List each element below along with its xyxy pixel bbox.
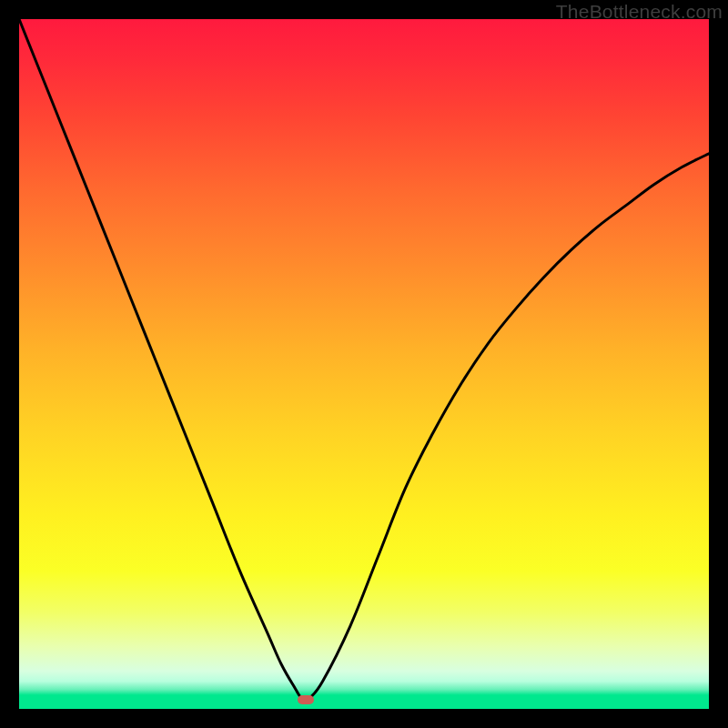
curve-svg (19, 19, 709, 709)
minimum-marker (298, 695, 314, 704)
plot-area (19, 19, 709, 709)
curve-path (19, 19, 709, 701)
chart-frame: TheBottleneck.com (0, 0, 728, 728)
